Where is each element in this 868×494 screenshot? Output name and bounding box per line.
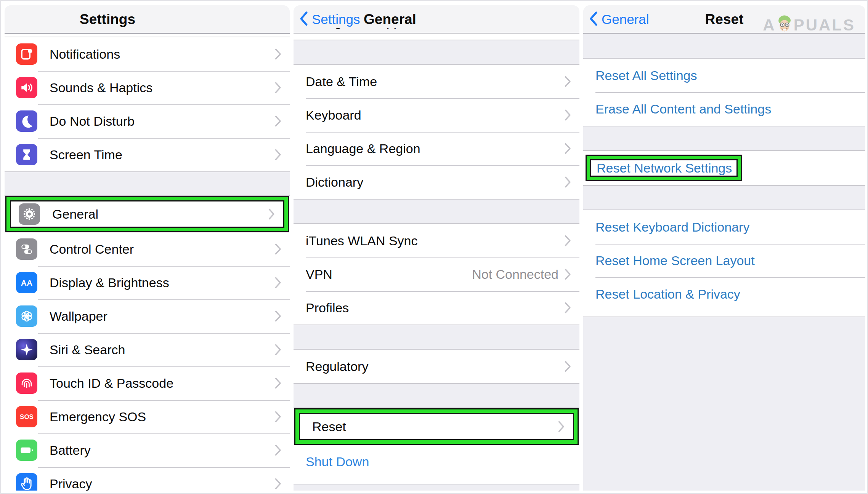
reset-row-label: Reset Network Settings — [591, 159, 736, 178]
reset-row-label: Erase All Content and Settings — [595, 102, 771, 117]
reset-row-erase-all-content-and-settings[interactable]: Erase All Content and Settings — [583, 92, 865, 126]
reset-row-label: Reset All Settings — [595, 68, 697, 83]
reset-nav-bar: General Reset A PUAL — [583, 5, 865, 34]
chevron-right-icon — [565, 235, 579, 246]
general-row-reset[interactable]: Reset — [300, 414, 573, 439]
sidebar-item-row-control-center[interactable]: Control Center — [5, 232, 290, 266]
sidebar-item-row-label: General — [52, 207, 98, 222]
reset-row-reset-location-privacy[interactable]: Reset Location & Privacy — [583, 277, 865, 311]
general-nav-bar: Settings General Background App Refresh — [294, 5, 579, 34]
sidebar-item-row-siri-search[interactable]: Siri & Search — [5, 333, 290, 366]
sidebar-item-row-screen-time[interactable]: Screen Time — [5, 138, 290, 171]
moon-icon — [16, 110, 37, 132]
chevron-right-icon — [565, 176, 579, 188]
reset-row-label: Reset Home Screen Layout — [595, 253, 755, 268]
highlight-green-border: Reset Network Settings — [587, 156, 741, 181]
appuals-mascot-icon — [776, 14, 794, 37]
chevron-right-icon — [565, 361, 579, 372]
notifications-icon — [16, 43, 37, 65]
general-row-shut-down[interactable]: Shut Down — [294, 445, 579, 478]
chevron-right-icon — [275, 149, 290, 160]
chevron-right-icon — [565, 143, 579, 154]
settings-panel: Settings NotificationsSounds & HapticsDo… — [5, 5, 290, 491]
general-row-keyboard[interactable]: Keyboard — [294, 98, 579, 132]
section-gap — [583, 185, 865, 210]
spacer — [294, 34, 579, 40]
general-row-label: Shut Down — [306, 454, 369, 469]
general-row-date-time[interactable]: Date & Time — [294, 65, 579, 98]
reset-row-reset-all-settings[interactable]: Reset All Settings — [583, 59, 865, 92]
settings-list: NotificationsSounds & HapticsDo Not Dist… — [5, 37, 290, 491]
sidebar-item-row-privacy[interactable]: Privacy — [5, 467, 290, 491]
reset-row-reset-keyboard-dictionary[interactable]: Reset Keyboard Dictionary — [583, 210, 865, 244]
reset-panel: General Reset A PUAL — [583, 5, 865, 491]
highlight-box: Reset — [294, 408, 579, 445]
hourglass-icon — [16, 144, 37, 165]
general-row-label: Dictionary — [306, 175, 363, 190]
wallpaper-icon — [16, 305, 37, 327]
fingerprint-icon — [16, 372, 37, 394]
general-row-regulatory[interactable]: Regulatory — [294, 350, 579, 383]
reset-row-reset-network-settings[interactable]: Reset Network Settings — [583, 151, 865, 185]
sidebar-item-row-battery[interactable]: Battery — [5, 433, 290, 467]
sidebar-item-row-emergency-sos[interactable]: SOSEmergency SOS — [5, 400, 290, 433]
display-brightness-icon: AA — [16, 272, 37, 293]
chevron-right-icon — [275, 243, 290, 255]
sidebar-item-row-notifications[interactable]: Notifications — [5, 37, 290, 71]
sidebar-item-row-label: Control Center — [50, 242, 134, 257]
sidebar-item-row-label: Sounds & Haptics — [50, 80, 152, 95]
chevron-right-icon — [565, 109, 579, 121]
sidebar-item-row-general[interactable]: General — [11, 201, 283, 227]
siri-icon — [16, 339, 37, 360]
general-row-label: Date & Time — [306, 74, 377, 89]
sidebar-item-row-display-brightness[interactable]: AADisplay & Brightness — [5, 266, 290, 299]
general-row-label: iTunes WLAN Sync — [306, 233, 418, 248]
section-gap — [5, 171, 290, 196]
general-row-label: Regulatory — [306, 359, 368, 374]
sidebar-item-row-do-not-disturb[interactable]: Do Not Disturb — [5, 104, 290, 138]
chevron-right-icon — [275, 115, 290, 127]
highlight-inner-border: General — [10, 200, 284, 228]
reset-row-reset-home-screen-layout[interactable]: Reset Home Screen Layout — [583, 244, 865, 277]
general-row-vpn[interactable]: VPNNot Connected — [294, 257, 579, 291]
section-gap — [294, 383, 579, 408]
section-gap — [294, 40, 579, 65]
sidebar-item-row-touch-id-passcode[interactable]: Touch ID & Passcode — [5, 366, 290, 400]
general-row-dictionary[interactable]: Dictionary — [294, 165, 579, 199]
speaker-icon — [16, 77, 37, 98]
highlight-inner-border: Reset — [299, 413, 574, 440]
general-row-label: Reset — [312, 419, 346, 434]
sidebar-item-row-label: Battery — [50, 443, 91, 458]
page-title: General — [295, 5, 485, 34]
battery-icon — [16, 440, 37, 461]
chevron-right-icon — [275, 310, 290, 322]
sidebar-item-row-label: Do Not Disturb — [50, 114, 135, 129]
sidebar-item-row-sounds-haptics[interactable]: Sounds & Haptics — [5, 71, 290, 104]
general-row-itunes-wlan-sync[interactable]: iTunes WLAN Sync — [294, 224, 579, 257]
sidebar-item-row-wallpaper[interactable]: Wallpaper — [5, 299, 290, 333]
control-center-icon — [16, 238, 37, 260]
section-gap — [294, 325, 579, 350]
appuals-watermark: A PUALS — [763, 14, 855, 37]
general-row-label: Language & Region — [306, 141, 420, 156]
chevron-right-icon — [565, 269, 579, 280]
reset-list: Reset All SettingsErase All Content and … — [583, 34, 865, 311]
highlight-green-border: Reset — [295, 409, 578, 444]
nav-divider — [5, 34, 290, 37]
chevron-right-icon — [275, 277, 290, 288]
page-title: Settings — [12, 5, 203, 34]
chevron-right-icon — [558, 421, 573, 432]
sidebar-item-row-label: Siri & Search — [50, 342, 125, 357]
general-row-detail: Not Connected — [472, 267, 565, 282]
general-row-profiles[interactable]: Profiles — [294, 291, 579, 325]
chevron-right-icon — [268, 208, 283, 220]
screenshot-page: Settings NotificationsSounds & HapticsDo… — [0, 0, 868, 494]
section-gap — [583, 126, 865, 151]
chevron-right-icon — [275, 377, 290, 389]
sos-icon: SOS — [16, 406, 37, 427]
chevron-right-icon — [275, 478, 290, 489]
reset-row-label: Reset Location & Privacy — [595, 287, 740, 302]
general-panel: Settings General Background App Refresh … — [294, 5, 579, 491]
general-row-language-region[interactable]: Language & Region — [294, 132, 579, 165]
general-list: Date & TimeKeyboardLanguage & RegionDict… — [294, 40, 579, 478]
